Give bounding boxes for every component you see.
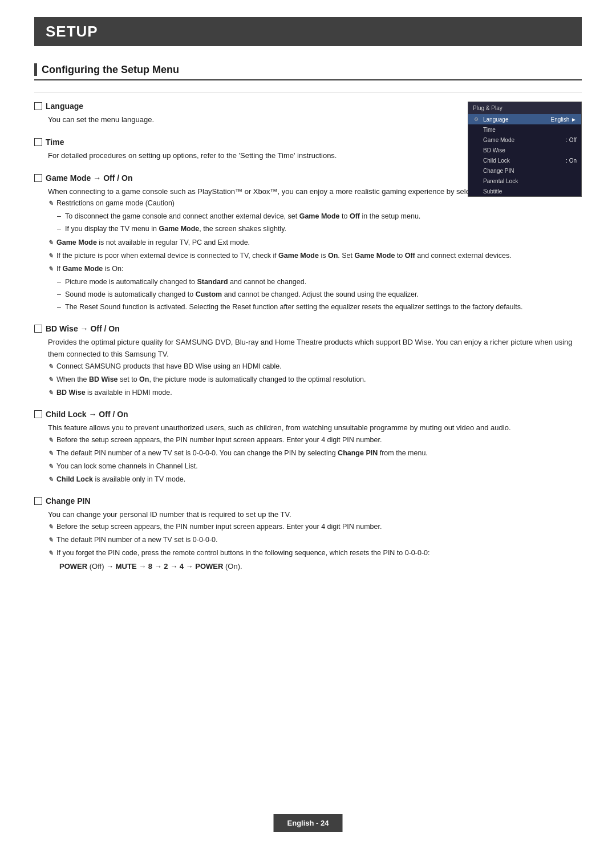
subsection-title-bd-wise: BD Wise → Off / On	[34, 324, 582, 333]
tv-menu-item-child-lock: Child Lock : On	[468, 155, 581, 165]
note-icon-1: ✎	[48, 199, 53, 209]
tv-menu-language-label: Language	[483, 116, 548, 123]
change-pin-note-3-text: If you forget the PIN code, press the re…	[56, 547, 430, 559]
note-icon-6: ✎	[48, 375, 53, 385]
game-mode-note-2-text: Game Mode is not available in regular TV…	[56, 237, 250, 248]
note-icon-3: ✎	[48, 251, 53, 261]
game-mode-note-2: ✎ Game Mode is not available in regular …	[48, 237, 582, 248]
child-lock-text: This feature allows you to prevent unaut…	[48, 422, 582, 434]
tv-menu-time-label: Time	[483, 127, 573, 133]
section-title-text: Configuring the Setup Menu	[42, 64, 179, 76]
time-title: Time	[46, 138, 64, 147]
time-icon	[473, 126, 480, 133]
child-lock-note-2: ✎ The default PIN number of a new TV set…	[48, 447, 582, 459]
bullet-item: Picture mode is automatically changed to…	[57, 276, 582, 288]
game-mode-icon	[473, 136, 480, 143]
bd-wise-note-1: ✎ Connect SAMSUNG products that have BD …	[48, 361, 582, 372]
bd-wise-body: Provides the optimal picture quality for…	[34, 337, 582, 398]
tv-menu-child-lock-value: : On	[566, 157, 577, 164]
child-lock-body: This feature allows you to prevent unaut…	[34, 422, 582, 485]
tv-menu-item-bd-wise: BD Wise	[468, 145, 581, 155]
footer: English - 24	[274, 814, 343, 832]
game-mode-note-1: ✎ Restrictions on game mode (Caution)	[48, 197, 582, 209]
note-icon-8: ✎	[48, 435, 53, 446]
tv-menu-bd-wise-label: BD Wise	[483, 147, 573, 153]
bd-wise-title: BD Wise → Off / On	[46, 324, 120, 333]
note-icon-9: ✎	[48, 448, 53, 459]
child-lock-note-1-text: Before the setup screen appears, the PIN…	[56, 434, 382, 446]
note-icon-13: ✎	[48, 535, 53, 545]
tv-menu-header: Plug & Play	[468, 102, 581, 114]
bd-wise-icon	[473, 147, 480, 153]
tv-menu-item-language: ⚙ Language English ►	[468, 114, 581, 124]
bd-wise-note-3: ✎ BD Wise is available in HDMI mode.	[48, 387, 582, 398]
bd-wise-note-2: ✎ When the BD Wise set to On, the pictur…	[48, 374, 582, 385]
change-pin-note-1-text: Before the setup screen appears, the PIN…	[56, 521, 382, 532]
parental-lock-icon	[473, 177, 480, 184]
note-icon-12: ✎	[48, 522, 53, 532]
game-mode-note-3-text: If the picture is poor when external dev…	[56, 250, 512, 261]
game-mode-body: When connecting to a game console such a…	[34, 186, 582, 313]
subsection-title-change-pin: Change PIN	[34, 496, 582, 506]
child-lock-note-4: ✎ Child Lock is available only in TV mod…	[48, 474, 582, 485]
child-lock-title: Child Lock → Off / On	[46, 410, 128, 419]
game-mode-note-1-text: Restrictions on game mode (Caution)	[56, 197, 175, 209]
bullet-item: Sound mode is automatically changed to C…	[57, 289, 582, 300]
tv-menu-game-mode-value: : Off	[566, 137, 577, 143]
child-lock-note-3: ✎ You can lock some channels in Channel …	[48, 460, 582, 472]
bullet-item: If you display the TV menu in Game Mode,…	[57, 223, 582, 235]
bullet-item: The Reset Sound function is activated. S…	[57, 301, 582, 313]
content-area: Language You can set the menu language. …	[34, 102, 582, 584]
child-lock-note-2-text: The default PIN number of a new TV set i…	[56, 447, 428, 459]
change-pin-notes: ✎ Before the setup screen appears, the P…	[48, 521, 582, 573]
change-pin-sequence: POWER (Off) → MUTE → 8 → 2 → 4 → POWER (…	[48, 561, 582, 573]
tv-menu-item-subtitle: Subtitle	[468, 186, 581, 196]
checkbox-icon-game-mode	[34, 174, 42, 182]
checkbox-icon-language	[34, 102, 42, 110]
bd-wise-note-1-text: Connect SAMSUNG products that have BD Wi…	[56, 361, 282, 372]
tv-menu-item-change-pin: Change PIN	[468, 165, 581, 176]
tv-menu-game-mode-label: Game Mode	[483, 137, 562, 143]
note-icon-10: ✎	[48, 462, 53, 472]
game-mode-bullets-2: Picture mode is automatically changed to…	[48, 276, 582, 313]
section-title: Configuring the Setup Menu	[34, 63, 582, 80]
subsection-title-child-lock: Child Lock → Off / On	[34, 410, 582, 419]
checkbox-icon-time	[34, 138, 42, 146]
subsection-change-pin: Change PIN You can change your personal …	[34, 496, 582, 573]
section-title-bar	[34, 63, 37, 76]
child-lock-icon	[473, 157, 480, 164]
game-mode-bullets-1: To disconnect the game console and conne…	[48, 211, 582, 235]
change-pin-note-2-text: The default PIN number of a new TV set i…	[56, 534, 218, 545]
note-icon-2: ✎	[48, 238, 53, 248]
game-mode-title: Game Mode → Off / On	[46, 173, 132, 183]
child-lock-note-4-text: Child Lock is available only in TV mode.	[56, 474, 185, 485]
bd-wise-notes: ✎ Connect SAMSUNG products that have BD …	[48, 361, 582, 398]
tv-menu-sidebar: Plug & Play ⚙ Language English ► Time Ga…	[468, 102, 582, 197]
tv-menu-change-pin-label: Change PIN	[483, 168, 573, 174]
tv-menu: Plug & Play ⚙ Language English ► Time Ga…	[468, 102, 582, 197]
child-lock-note-1: ✎ Before the setup screen appears, the P…	[48, 434, 582, 446]
change-pin-note-3: ✎ If you forget the PIN code, press the …	[48, 547, 582, 559]
tv-menu-item-game-mode: Game Mode : Off	[468, 135, 581, 145]
tv-menu-language-value: English ►	[551, 116, 577, 123]
page-container: SETUP Configuring the Setup Menu Languag…	[0, 0, 616, 849]
checkbox-icon-bd-wise	[34, 325, 42, 333]
change-pin-note-1: ✎ Before the setup screen appears, the P…	[48, 521, 582, 532]
checkbox-icon-change-pin	[34, 497, 42, 505]
footer-label: English - 24	[287, 819, 329, 827]
section-divider	[34, 92, 582, 92]
subsection-bd-wise: BD Wise → Off / On Provides the optimal …	[34, 324, 582, 398]
tv-menu-child-lock-label: Child Lock	[483, 157, 562, 164]
settings-icon: ⚙	[473, 116, 480, 123]
change-pin-title: Change PIN	[46, 496, 91, 506]
page-title: SETUP	[46, 23, 570, 41]
bd-wise-note-3-text: BD Wise is available in HDMI mode.	[56, 387, 172, 398]
game-mode-note-4: ✎ If Game Mode is On:	[48, 263, 582, 274]
tv-menu-item-time: Time	[468, 124, 581, 135]
bd-wise-text: Provides the optimal picture quality for…	[48, 337, 582, 361]
change-pin-text: You can change your personal ID number t…	[48, 509, 582, 521]
tv-menu-header-text: Plug & Play	[473, 105, 502, 111]
note-icon-7: ✎	[48, 388, 53, 398]
language-title: Language	[46, 102, 83, 111]
note-icon-5: ✎	[48, 362, 53, 372]
